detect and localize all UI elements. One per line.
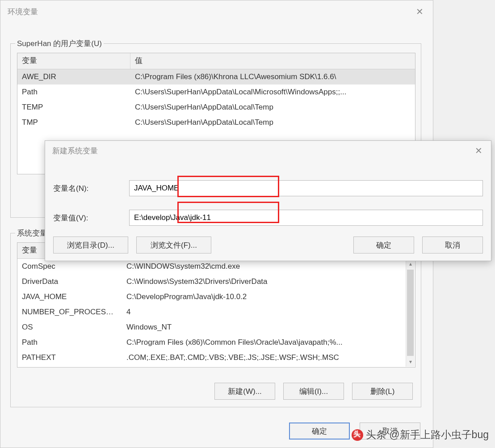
cell-name: OS	[17, 321, 122, 334]
close-icon[interactable]: ✕	[411, 3, 428, 21]
table-row[interactable]: AWE_DIRC:\Program Files (x86)\Khrona LLC…	[17, 69, 415, 85]
var-name-label: 变量名(N):	[53, 183, 129, 194]
table-row[interactable]: PathC:\Users\SuperHan\AppData\Local\Micr…	[17, 85, 415, 100]
table-header: 变量 值	[17, 53, 415, 69]
sub-dialog-title: 新建系统变量	[52, 146, 470, 156]
browse-dir-button[interactable]: 浏览目录(D)...	[53, 237, 128, 254]
cell-name: AWE_DIR	[17, 70, 130, 84]
sys-delete-button[interactable]: 删除(L)	[352, 383, 413, 400]
cell-value: C:\Windows\System32\Drivers\DriverData	[122, 275, 415, 288]
ok-button[interactable]: 确定	[289, 423, 350, 440]
cell-value: C:\WINDOWS\system32\cmd.exe	[122, 260, 415, 273]
cell-value: C:\Users\SuperHan\AppData\Local\Microsof…	[130, 85, 415, 99]
table-row[interactable]: PATHEXT.COM;.EXE;.BAT;.CMD;.VBS;.VBE;.JS…	[17, 350, 415, 365]
cell-value: C:\Users\SuperHan\AppData\Local\Temp	[130, 116, 415, 129]
cell-value: C:\Program Files (x86)\Khrona LLC\Awesom…	[130, 70, 415, 84]
sub-button-row: 浏览目录(D)... 浏览文件(F)... 确定 取消	[53, 237, 483, 254]
var-value-input[interactable]	[129, 210, 483, 226]
col-header-value[interactable]: 值	[130, 53, 415, 69]
table-row[interactable]: TEMPC:\Users\SuperHan\AppData\Local\Temp	[17, 100, 415, 115]
user-group-label: SuperHan 的用户变量(U)	[15, 38, 104, 49]
sys-edit-button[interactable]: 编辑(I)...	[283, 383, 344, 400]
table-row[interactable]: PathC:\Program Files (x86)\Common Files\…	[17, 335, 415, 350]
scroll-thumb[interactable]	[407, 270, 414, 356]
cell-name: NUMBER_OF_PROCESSORS	[17, 305, 122, 319]
cell-value: Windows_NT	[122, 321, 415, 334]
cell-name: PATHEXT	[17, 351, 122, 364]
sub-titlebar: 新建系统变量 ✕	[45, 141, 491, 161]
table-row[interactable]: DriverDataC:\Windows\System32\Drivers\Dr…	[17, 274, 415, 289]
cell-value: C:\Users\SuperHan\AppData\Local\Temp	[130, 101, 415, 114]
sys-vars-table[interactable]: 变量 值 ComSpecC:\WINDOWS\system32\cmd.exeD…	[17, 242, 415, 368]
scrollbar[interactable]: ▴ ▾	[406, 259, 415, 367]
sub-cancel-button[interactable]: 取消	[422, 237, 483, 254]
sys-new-button[interactable]: 新建(W)...	[214, 383, 275, 400]
cell-value: 4	[122, 305, 415, 319]
cell-name: Path	[17, 336, 122, 349]
browse-file-button[interactable]: 浏览文件(F)...	[136, 237, 211, 254]
titlebar: 环境变量 ✕	[0, 0, 433, 23]
new-sys-var-dialog: 新建系统变量 ✕ 变量名(N): 变量值(V): 浏览目录(D)... 浏览文件…	[45, 140, 491, 261]
cancel-button[interactable]: 取消	[360, 423, 420, 440]
main-button-row: 确定 取消	[289, 423, 420, 440]
cell-value: .COM;.EXE;.BAT;.CMD;.VBS;.VBE;.JS;.JSE;.…	[122, 351, 415, 364]
cell-name: TMP	[17, 116, 130, 129]
cell-name: Path	[17, 85, 130, 99]
cell-name: ComSpec	[17, 260, 122, 273]
table-row[interactable]: OSWindows_NT	[17, 320, 415, 335]
table-row[interactable]: NUMBER_OF_PROCESSORS4	[17, 304, 415, 320]
cell-name: TEMP	[17, 101, 130, 114]
cell-name: JAVA_HOME	[17, 290, 122, 304]
var-value-label: 变量值(V):	[53, 213, 129, 223]
col-header-name[interactable]: 变量	[17, 53, 130, 69]
sub-ok-button[interactable]: 确定	[353, 237, 414, 254]
dialog-title: 环境变量	[8, 7, 411, 17]
scroll-down-icon[interactable]: ▾	[406, 357, 415, 367]
cell-value: C:\DevelopProgram\Java\jdk-10.0.2	[122, 290, 415, 304]
cell-value: C:\Program Files (x86)\Common Files\Orac…	[122, 336, 415, 349]
table-row[interactable]: TMPC:\Users\SuperHan\AppData\Local\Temp	[17, 115, 415, 130]
table-row[interactable]: ComSpecC:\WINDOWS\system32\cmd.exe	[17, 259, 415, 274]
close-icon[interactable]: ✕	[470, 142, 487, 160]
table-row[interactable]: JAVA_HOMEC:\DevelopProgram\Java\jdk-10.0…	[17, 289, 415, 304]
cell-name: DriverData	[17, 275, 122, 288]
var-name-input[interactable]	[129, 180, 483, 196]
